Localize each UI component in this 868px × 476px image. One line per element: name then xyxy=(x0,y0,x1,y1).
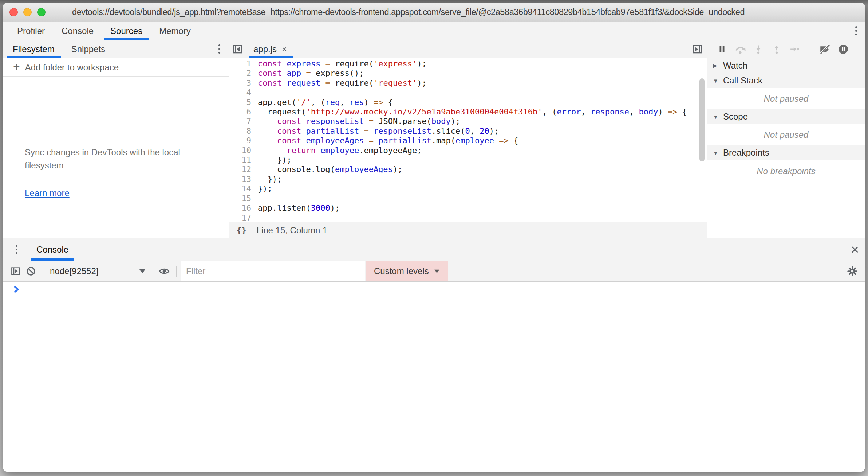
devtools-window: devtools://devtools/bundled/js_app.html?… xyxy=(3,3,865,472)
line-number: 16 xyxy=(229,203,251,213)
console-prompt-icon xyxy=(12,285,21,294)
navigator-empty-state: Sync changes in DevTools with the local … xyxy=(3,77,229,238)
line-number-gutter[interactable]: 1234567891011121314151617 xyxy=(229,59,255,222)
code-line[interactable]: const express = require('express'); xyxy=(258,59,707,69)
tab-sources[interactable]: Sources xyxy=(104,22,149,40)
minimize-window-button[interactable] xyxy=(23,8,32,16)
code-line[interactable]: app.listen(3000); xyxy=(258,203,707,213)
line-number: 12 xyxy=(229,165,251,174)
code-line[interactable]: return employee.employeeAge; xyxy=(258,146,707,155)
divider xyxy=(176,266,177,277)
main-menu-kebab-icon[interactable] xyxy=(850,26,862,35)
tab-profiler[interactable]: Profiler xyxy=(11,22,51,40)
scope-body: Not paused xyxy=(707,124,865,145)
code-content[interactable]: const express = require('express');const… xyxy=(255,59,707,222)
plus-icon: + xyxy=(13,61,20,73)
add-folder-button[interactable]: + Add folder to workspace xyxy=(3,58,229,77)
code-line[interactable]: const partialList = responseList.slice(0… xyxy=(258,126,707,136)
close-tab-icon[interactable] xyxy=(281,46,288,52)
divider xyxy=(152,266,152,277)
divider xyxy=(840,266,840,277)
section-watch[interactable]: ▶ Watch xyxy=(707,58,865,73)
debugger-sidebar: ▶ Watch ▼ Call Stack Not paused ▼ Scope … xyxy=(707,40,865,238)
execution-context-select[interactable]: node[92552] xyxy=(50,266,145,276)
chevron-down-icon: ▼ xyxy=(713,78,719,84)
call-stack-body: Not paused xyxy=(707,88,865,109)
step-over-icon[interactable] xyxy=(733,42,748,56)
console-drawer: Console xyxy=(3,238,865,472)
close-window-button[interactable] xyxy=(9,8,18,16)
hide-navigator-icon[interactable] xyxy=(229,40,245,58)
code-line[interactable]: request('http://www.mocky.io/v2/5e1a9abe… xyxy=(258,107,707,117)
divider xyxy=(845,26,845,36)
code-line[interactable]: const app = express(); xyxy=(258,69,707,78)
context-label: node[92552] xyxy=(50,266,98,276)
console-filter-input[interactable] xyxy=(181,261,365,281)
editor-scrollbar[interactable] xyxy=(699,78,705,161)
line-number: 6 xyxy=(229,107,251,117)
console-settings-gear-icon[interactable] xyxy=(845,264,860,278)
code-line[interactable]: const responseList = JSON.parse(body); xyxy=(258,117,707,126)
chevron-down-icon: ▼ xyxy=(713,150,719,156)
pause-on-exceptions-icon[interactable] xyxy=(836,42,851,56)
show-debugger-icon[interactable] xyxy=(689,40,705,58)
tab-filesystem[interactable]: Filesystem xyxy=(7,40,61,58)
step-into-icon[interactable] xyxy=(751,42,766,56)
navigator-kebab-icon[interactable] xyxy=(213,44,225,54)
code-line[interactable]: console.log(employeeAges); xyxy=(258,165,707,174)
step-icon[interactable] xyxy=(787,42,802,56)
custom-levels-label: Custom levels xyxy=(374,266,429,276)
code-editor[interactable]: 1234567891011121314151617 const express … xyxy=(229,58,707,222)
chevron-down-icon: ▼ xyxy=(713,114,719,120)
learn-more-link[interactable]: Learn more xyxy=(25,188,70,198)
editor-tab-appjs[interactable]: app.js xyxy=(249,40,293,58)
line-number: 17 xyxy=(229,213,251,222)
tab-memory[interactable]: Memory xyxy=(153,22,197,40)
line-number: 1 xyxy=(229,59,251,69)
tab-snippets[interactable]: Snippets xyxy=(65,40,111,58)
custom-levels-dropdown[interactable]: Custom levels xyxy=(366,261,448,281)
pause-script-icon[interactable] xyxy=(714,42,730,56)
close-console-icon[interactable] xyxy=(845,238,865,261)
code-line[interactable]: }); xyxy=(258,155,707,165)
code-line[interactable] xyxy=(258,88,707,97)
section-call-stack[interactable]: ▼ Call Stack xyxy=(707,73,865,88)
chevron-right-icon: ▶ xyxy=(713,62,719,69)
section-label: Breakpoints xyxy=(723,148,769,158)
tab-console[interactable]: Console xyxy=(55,22,100,40)
section-scope[interactable]: ▼ Scope xyxy=(707,109,865,124)
line-number: 4 xyxy=(229,88,251,97)
code-line[interactable]: app.get('/', (req, res) => { xyxy=(258,98,707,107)
show-console-sidebar-icon[interactable] xyxy=(8,264,23,278)
zoom-window-button[interactable] xyxy=(37,8,46,16)
divider xyxy=(43,266,43,277)
sync-description: Sync changes in DevTools with the local … xyxy=(25,146,189,172)
line-number: 10 xyxy=(229,146,251,155)
titlebar: devtools://devtools/bundled/js_app.html?… xyxy=(3,3,865,22)
code-line[interactable] xyxy=(258,213,707,222)
section-label: Scope xyxy=(723,112,748,122)
caret-down-icon xyxy=(139,269,145,273)
clear-console-icon[interactable] xyxy=(23,264,39,278)
cursor-position: Line 15, Column 1 xyxy=(257,225,328,235)
code-line[interactable]: const request = require('request'); xyxy=(258,78,707,88)
line-number: 9 xyxy=(229,136,251,145)
pretty-print-icon[interactable]: {} xyxy=(237,226,246,235)
line-number: 13 xyxy=(229,175,251,184)
line-number: 14 xyxy=(229,184,251,194)
code-line[interactable] xyxy=(258,194,707,203)
console-menu-kebab-icon[interactable] xyxy=(10,245,23,254)
code-line[interactable]: }); xyxy=(258,184,707,194)
live-expression-eye-icon[interactable] xyxy=(157,264,172,278)
code-line[interactable]: }); xyxy=(258,175,707,184)
console-messages[interactable] xyxy=(3,282,865,472)
main-tabbar: Profiler Console Sources Memory xyxy=(3,22,865,40)
section-breakpoints[interactable]: ▼ Breakpoints xyxy=(707,145,865,160)
section-label: Watch xyxy=(723,61,747,71)
line-number: 7 xyxy=(229,117,251,126)
tab-console-drawer[interactable]: Console xyxy=(31,238,74,261)
code-line[interactable]: const employeeAges = partialList.map(emp… xyxy=(258,136,707,145)
line-number: 5 xyxy=(229,98,251,107)
deactivate-breakpoints-icon[interactable] xyxy=(817,42,833,56)
step-out-icon[interactable] xyxy=(769,42,784,56)
